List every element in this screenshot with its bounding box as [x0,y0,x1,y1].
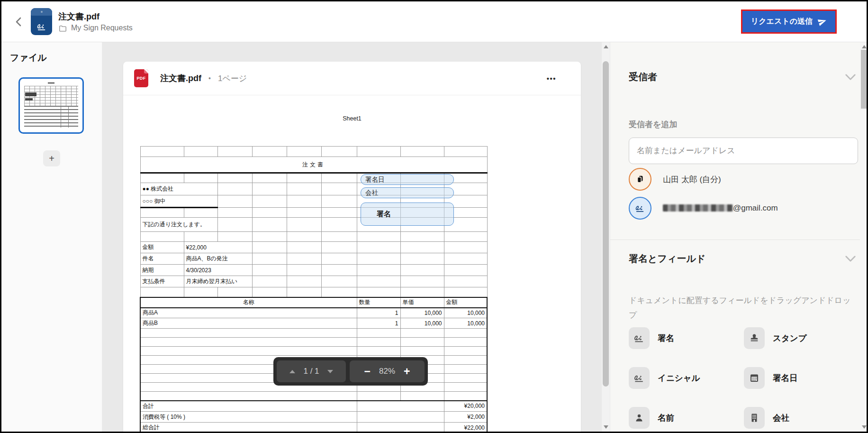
field-tool-signature[interactable]: 署名 [629,327,744,349]
send-request-highlight: リクエストの送信 [741,9,837,34]
email-domain: @gmail.com [733,203,778,212]
app-window: 注文書.pdf My Sign Requests リクエストの送信 ファイル + [0,0,868,433]
initials-icon [629,367,650,389]
signature-icon [629,327,650,349]
order-form-title: 注文書 [140,157,487,173]
page-indicator: 1 / 1 [303,367,319,376]
back-button[interactable] [11,14,27,30]
chevron-left-icon [14,16,24,28]
page-up-button[interactable] [289,370,295,373]
fields-section-header: 署名とフィールド [629,252,858,265]
signature-icon [36,21,48,32]
redacted-email-prefix [663,204,733,212]
drag-drop-hint: ドキュメントに配置するフィールドをドラッグアンドドロップ [629,293,851,322]
breadcrumb: My Sign Requests [58,24,133,33]
chevron-down-icon[interactable] [844,73,857,81]
recipient-search-input[interactable] [629,138,858,164]
page-nav-segment: 1 / 1 [277,360,346,382]
send-request-button[interactable]: リクエストの送信 [742,11,835,32]
more-options-button[interactable]: ••• [547,74,556,83]
scroll-up-arrow[interactable] [862,45,867,48]
company-field[interactable]: 会社 [361,187,454,198]
preview-scrollbar[interactable] [602,42,610,432]
folder-icon [58,24,67,33]
document-card-header: PDF 注文書.pdf • 1ページ ••• [123,62,581,95]
send-request-label: リクエストの送信 [751,17,813,27]
files-sidebar: ファイル + [1,42,102,432]
avatar [629,197,651,220]
zoom-in-button[interactable]: + [404,366,410,377]
thumbnail-image [24,82,78,129]
fields-title: 署名とフィールド [629,252,705,265]
company-to: ○○○ 御中 [140,195,217,208]
signature-field[interactable]: 署名 [361,203,454,226]
field-tool-initials[interactable]: イニシャル [629,367,744,389]
document-preview-area: PDF 注文書.pdf • 1ページ ••• Sheet1 注文書 ●● 株式会… [102,42,610,432]
page-count: 1ページ [218,73,247,84]
pdf-file-icon: PDF [134,69,148,87]
zoom-out-button[interactable]: − [364,366,371,377]
recipient-email: @gmail.com [663,203,778,213]
panel-scrollbar-thumb[interactable] [861,50,867,109]
recipient-name: 山田 太郎 (自分) [663,174,721,185]
page-title: 注文書.pdf [58,11,133,22]
stamp-icon [744,327,765,349]
dropbox-sign-app-icon [31,8,52,35]
avatar [629,168,651,191]
zoom-segment: − 82% + [350,360,425,382]
request-settings-panel: 受信者 受信者を追加 山田 太郎 (自分) [610,42,860,432]
company-from: ●● 株式会社 [140,183,217,195]
add-file-button[interactable]: + [43,150,60,166]
signature-icon [634,203,646,213]
field-tool-name[interactable]: 名前 [629,407,744,429]
field-tools-grid: 署名 スタンプ [629,327,858,429]
recipients-section-header: 受信者 [629,71,858,83]
recipient-row-signer[interactable]: @gmail.com [629,197,858,220]
field-tool-sign-date[interactable]: 署名日 [744,367,858,389]
files-title: ファイル [10,52,102,64]
section-divider [610,240,860,240]
copy-icon [635,174,645,185]
preview-scrollbar-thumb[interactable] [603,61,609,387]
breadcrumb-label: My Sign Requests [71,24,133,32]
title-block: 注文書.pdf My Sign Requests [58,11,133,33]
person-icon [629,407,650,429]
building-icon [744,407,765,429]
recipients-title: 受信者 [629,71,657,83]
page-down-button[interactable] [327,370,333,373]
recipient-row-self[interactable]: 山田 太郎 (自分) [629,168,858,191]
calendar-icon [744,367,765,389]
scroll-up-arrow[interactable] [604,45,608,48]
preview-toolbar: 1 / 1 − 82% + [273,357,428,386]
zoom-level: 82% [379,367,395,376]
chevron-down-icon[interactable] [844,255,857,263]
sign-date-field[interactable]: 署名日 [361,174,454,185]
field-tool-stamp[interactable]: スタンプ [744,327,858,349]
sheet-label: Sheet1 [123,115,581,122]
scroll-down-arrow[interactable] [862,425,867,429]
panel-scrollbar[interactable] [860,42,868,432]
paper-plane-icon [817,16,828,28]
page-thumbnail[interactable] [18,77,84,134]
separator-dot: • [208,74,211,82]
order-intro: 下記の通り注文します。 [140,218,217,232]
preview-file-name: 注文書.pdf [160,73,201,84]
top-header: 注文書.pdf My Sign Requests リクエストの送信 [1,1,867,42]
field-tool-company[interactable]: 会社 [744,407,858,429]
add-recipient-label: 受信者を追加 [629,119,858,130]
scroll-down-arrow[interactable] [604,425,608,429]
